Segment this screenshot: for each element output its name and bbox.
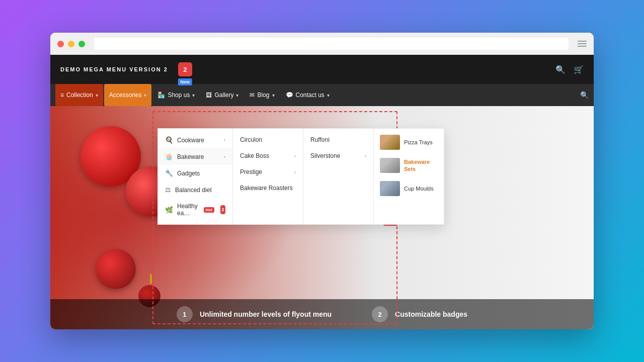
bakeware-icon: 🧁 bbox=[165, 153, 173, 160]
menu-level-2: Circulon Cake Boss › Prestige › Bakeware… bbox=[233, 128, 303, 225]
feature-circle-2: 2 bbox=[372, 306, 388, 322]
nav-blog[interactable]: ✉ Blog ▾ bbox=[245, 84, 279, 106]
nav-collection[interactable]: ≡ Collection ▾ bbox=[55, 84, 103, 106]
menu-l4-bakeware-sets[interactable]: Bakeware Sets bbox=[377, 155, 441, 176]
pizza-trays-label: Pizza Trays bbox=[404, 139, 433, 146]
mega-menu-dropdown: 🍳 Cookware ‹ 🧁 Bakeware › bbox=[157, 128, 444, 225]
version-badge: 2 New bbox=[178, 62, 192, 76]
nav-accessories[interactable]: Accessories ▾ bbox=[104, 84, 152, 106]
gallery-icon: 🖼 bbox=[206, 92, 212, 99]
menu-l2-cake-boss[interactable]: Cake Boss › bbox=[233, 148, 303, 164]
site-nav: ≡ Collection ▾ Accessories ▾ 🏪 Shop us ▾… bbox=[50, 84, 594, 106]
feature-text-1: Unlimited number levels of flyout menu bbox=[200, 310, 332, 318]
window-close-dot[interactable] bbox=[57, 41, 64, 47]
menu-l1-bakeware[interactable]: 🧁 Bakeware › bbox=[158, 148, 232, 165]
browser-window: DEMO MEGA MENU VERSION 2 2 New 🔍 🛒 ≡ Col… bbox=[50, 33, 594, 329]
ornament-circle-small bbox=[96, 249, 136, 289]
chevron-down-icon: ▾ bbox=[144, 93, 146, 98]
circulon-label: Circulon bbox=[240, 136, 262, 143]
browser-menu-icon[interactable] bbox=[578, 41, 587, 47]
nav-contact[interactable]: 💬 Contact us ▾ bbox=[281, 84, 335, 106]
menu-level-1: 🍳 Cookware ‹ 🧁 Bakeware › bbox=[157, 128, 233, 225]
cookware-icon: 🍳 bbox=[165, 136, 173, 144]
shop-icon: 🏪 bbox=[157, 92, 165, 99]
gadgets-label: Gadgets bbox=[177, 170, 200, 177]
feature-text-2: Customizable badges bbox=[395, 310, 467, 318]
cup-moulds-thumbnail bbox=[380, 181, 400, 196]
chevron-down-icon: ▾ bbox=[192, 93, 195, 98]
bakeware-roasters-label: Bakeware Roasters bbox=[240, 185, 293, 192]
feature-bar: 1 Unlimited number levels of flyout menu… bbox=[50, 299, 594, 329]
arrow-icon: › bbox=[294, 169, 296, 175]
menu-l2-bakeware-roasters[interactable]: Bakeware Roasters bbox=[233, 180, 303, 196]
menu-l3-ruffoni[interactable]: Ruffoni bbox=[303, 132, 373, 148]
cart-icon[interactable]: 🛒 bbox=[574, 65, 584, 74]
balanced-diet-label: Balanced diet bbox=[175, 187, 212, 194]
menu-l4-pizza-trays[interactable]: Pizza Trays bbox=[377, 132, 441, 153]
bakeware-label: Bakeware bbox=[177, 153, 204, 160]
address-bar[interactable] bbox=[94, 38, 569, 50]
site-header: DEMO MEGA MENU VERSION 2 2 New 🔍 🛒 bbox=[50, 55, 594, 84]
balanced-diet-icon: ⚖ bbox=[165, 186, 171, 194]
menu-l1-healthy-eating[interactable]: 🌿 Healthy ea… Hot 2 bbox=[158, 198, 232, 221]
feature-item-1: 1 Unlimited number levels of flyout menu bbox=[177, 306, 332, 322]
ruffoni-label: Ruffoni bbox=[310, 136, 330, 143]
arrow-icon: › bbox=[294, 153, 296, 159]
menu-l3-silverstone[interactable]: Silverstone › bbox=[303, 148, 373, 164]
menu-level-3: Ruffoni Silverstone › bbox=[303, 128, 374, 225]
chevron-down-icon: ▾ bbox=[272, 93, 275, 98]
search-icon[interactable]: 🔍 bbox=[555, 65, 566, 74]
window-maximize-dot[interactable] bbox=[78, 41, 85, 47]
chevron-down-icon: ▾ bbox=[236, 93, 238, 98]
arrow-icon: › bbox=[365, 153, 366, 159]
bakeware-sets-thumbnail bbox=[380, 158, 400, 173]
nav-gallery-label: Gallery bbox=[214, 92, 233, 99]
window-minimize-dot[interactable] bbox=[68, 41, 74, 47]
feature-item-2: 2 Customizable badges bbox=[372, 306, 467, 322]
website-content: DEMO MEGA MENU VERSION 2 2 New 🔍 🛒 ≡ Col… bbox=[50, 55, 594, 329]
healthy-eating-label: Healthy ea… bbox=[177, 203, 198, 217]
nav-accessories-label: Accessories bbox=[109, 92, 142, 99]
feature-circle-1: 1 bbox=[177, 306, 193, 322]
nav-blog-label: Blog bbox=[257, 92, 269, 99]
menu-l4-cup-moulds[interactable]: Cup Moulds bbox=[377, 178, 441, 199]
arrow-icon: ‹ bbox=[224, 137, 225, 143]
menu-l2-prestige[interactable]: Prestige › bbox=[233, 164, 303, 180]
hot-badge: Hot bbox=[204, 207, 214, 213]
cake-boss-label: Cake Boss bbox=[240, 152, 269, 159]
chevron-down-icon: ▾ bbox=[327, 93, 330, 98]
cup-moulds-label: Cup Moulds bbox=[404, 185, 434, 192]
nav-shop-label: Shop us bbox=[168, 92, 190, 99]
collection-icon: ≡ bbox=[60, 92, 64, 99]
site-logo: DEMO MEGA MENU VERSION 2 bbox=[60, 66, 168, 72]
nav-gallery[interactable]: 🖼 Gallery ▾ bbox=[201, 84, 244, 106]
gadgets-icon: 🔧 bbox=[165, 169, 173, 177]
pizza-trays-thumbnail bbox=[380, 135, 400, 150]
hero-section: 1 🍳 Cookware ‹ 🧁 bbox=[50, 106, 594, 329]
healthy-eating-icon: 🌿 bbox=[165, 206, 173, 214]
nav-contact-label: Contact us bbox=[296, 92, 325, 99]
cookware-label: Cookware bbox=[177, 137, 204, 144]
prestige-label: Prestige bbox=[240, 168, 262, 175]
browser-bar bbox=[50, 33, 594, 55]
menu-l1-cookware[interactable]: 🍳 Cookware ‹ bbox=[158, 132, 232, 148]
arrow-icon: › bbox=[224, 154, 225, 159]
menu-l1-balanced-diet[interactable]: ⚖ Balanced diet bbox=[158, 182, 232, 198]
menu-l2-circulon[interactable]: Circulon bbox=[233, 132, 303, 148]
header-icons: 🔍 🛒 bbox=[555, 65, 584, 74]
badge-2-marker: 2 bbox=[220, 205, 225, 214]
contact-icon: 💬 bbox=[286, 92, 293, 99]
nav-collection-label: Collection bbox=[66, 92, 93, 99]
menu-level-4: Pizza Trays Bakeware Sets Cup Moulds bbox=[374, 128, 444, 225]
bakeware-sets-label: Bakeware Sets bbox=[404, 158, 438, 173]
nav-shop-us[interactable]: 🏪 Shop us ▾ bbox=[152, 84, 200, 106]
blog-icon: ✉ bbox=[250, 92, 255, 99]
new-badge: New bbox=[178, 78, 193, 85]
silverstone-label: Silverstone bbox=[310, 152, 340, 159]
nav-search-icon[interactable]: 🔍 bbox=[580, 91, 589, 99]
chevron-down-icon: ▾ bbox=[96, 93, 98, 98]
menu-l1-gadgets[interactable]: 🔧 Gadgets bbox=[158, 165, 232, 182]
